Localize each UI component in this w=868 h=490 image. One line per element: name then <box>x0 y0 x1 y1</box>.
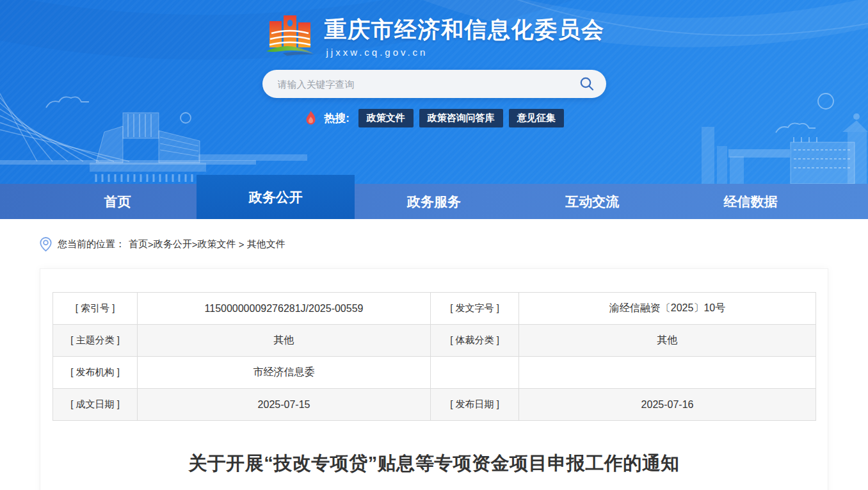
nav-item-home[interactable]: 首页 <box>38 184 197 219</box>
site-logo[interactable]: 重庆市经济和信息化委员会 jjxxw.cq.gov.cn <box>0 0 868 61</box>
page: 重庆市经济和信息化委员会 jjxxw.cq.gov.cn <box>0 0 868 490</box>
flame-icon <box>304 110 317 126</box>
meta-value-subject-category: 其他 <box>138 325 431 357</box>
main-nav: 首页 政务公开 政务服务 互动交流 经信数据 <box>0 184 868 219</box>
site-name: 重庆市经济和信息化委员会 <box>325 17 605 42</box>
meta-label: [ 索引号 ] <box>53 293 138 325</box>
meta-label: [ 发布日期 ] <box>431 389 519 421</box>
meta-value-written-date: 2025-07-15 <box>138 389 431 421</box>
hot-tag-policy-files[interactable]: 政策文件 <box>358 109 414 127</box>
breadcrumb-separator: > <box>192 239 198 250</box>
meta-row-issuer: [ 发布机构 ] 市经济信息委 <box>53 357 816 389</box>
content-card: [ 索引号 ] 11500000009276281J/2025-00559 [ … <box>40 268 828 490</box>
nav-item-economic-data[interactable]: 经信数据 <box>671 184 830 219</box>
nav-item-government-services[interactable]: 政务服务 <box>355 184 513 219</box>
document-title: 关于开展“技改专项贷”贴息等专项资金项目申报工作的通知 <box>52 450 816 477</box>
breadcrumb-label: 您当前的位置： <box>58 238 125 250</box>
meta-value-document-number: 渝经信融资〔2025〕10号 <box>519 293 816 325</box>
site-url: jjxxw.cq.gov.cn <box>325 47 605 58</box>
brand-text: 重庆市经济和信息化委员会 jjxxw.cq.gov.cn <box>325 9 605 58</box>
hot-search-label: 热搜: <box>324 111 350 126</box>
meta-row-index-number: [ 索引号 ] 11500000009276281J/2025-00559 [ … <box>53 293 816 325</box>
breadcrumb: 您当前的位置： 首页 > 政务公开 > 政策文件 > 其他文件 <box>40 237 868 252</box>
location-pin-icon <box>40 237 52 252</box>
meta-value-issuing-agency: 市经济信息委 <box>138 357 431 389</box>
meta-row-dates: [ 成文日期 ] 2025-07-15 [ 发布日期 ] 2025-07-16 <box>53 389 816 421</box>
breadcrumb-policy-files[interactable]: 政策文件 <box>198 238 236 250</box>
search-bar <box>262 70 606 98</box>
logo-icon <box>264 9 316 61</box>
nav-item-government-disclosure[interactable]: 政务公开 <box>197 175 355 219</box>
search-input[interactable] <box>278 79 574 90</box>
meta-value-publish-date: 2025-07-16 <box>519 389 816 421</box>
nav-item-interaction[interactable]: 互动交流 <box>513 184 671 219</box>
meta-label: [ 发布机构 ] <box>53 357 138 389</box>
breadcrumb-separator: > <box>236 239 247 250</box>
meta-label: [ 主题分类 ] <box>53 325 138 357</box>
meta-value-empty <box>519 357 816 389</box>
breadcrumb-home[interactable]: 首页 <box>129 238 148 250</box>
breadcrumb-separator: > <box>148 239 154 250</box>
hot-tag-policy-qa-library[interactable]: 政策咨询问答库 <box>419 109 503 127</box>
search-button[interactable] <box>574 71 600 97</box>
meta-value-genre-category: 其他 <box>519 325 816 357</box>
site-banner: 重庆市经济和信息化委员会 jjxxw.cq.gov.cn <box>0 0 868 184</box>
meta-row-category: [ 主题分类 ] 其他 [ 体裁分类 ] 其他 <box>53 325 816 357</box>
breadcrumb-other-files[interactable]: 其他文件 <box>247 238 285 250</box>
search-icon <box>579 76 595 92</box>
document-meta-table: [ 索引号 ] 11500000009276281J/2025-00559 [ … <box>52 292 816 421</box>
meta-label-empty <box>431 357 519 389</box>
meta-label: [ 成文日期 ] <box>53 389 138 421</box>
meta-label: [ 体裁分类 ] <box>431 325 519 357</box>
meta-value-index-number: 11500000009276281J/2025-00559 <box>138 293 431 325</box>
meta-label: [ 发文字号 ] <box>431 293 519 325</box>
breadcrumb-government-disclosure[interactable]: 政务公开 <box>154 238 192 250</box>
hot-tag-opinion-collection[interactable]: 意见征集 <box>509 109 564 127</box>
hot-search: 热搜: 政策文件 政策咨询问答库 意见征集 <box>0 109 868 127</box>
